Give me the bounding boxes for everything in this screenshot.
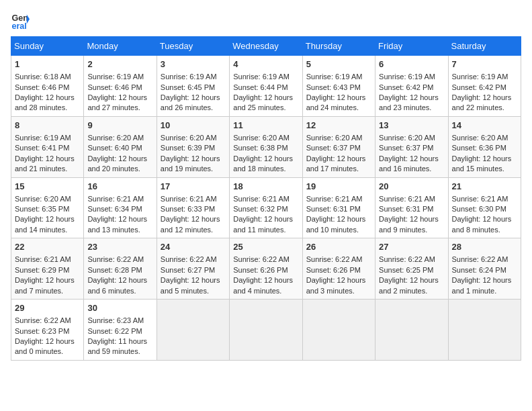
day-cell: 5Sunrise: 6:19 AMSunset: 6:43 PMDaylight…	[302, 56, 375, 117]
day-number: 5	[306, 58, 371, 71]
week-row-5: 29Sunrise: 6:22 AMSunset: 6:23 PMDayligh…	[11, 300, 521, 361]
day-cell	[375, 300, 448, 361]
day-cell: 4Sunrise: 6:19 AMSunset: 6:44 PMDaylight…	[230, 56, 302, 117]
day-number: 4	[233, 58, 298, 71]
col-header-monday: Monday	[84, 37, 157, 56]
col-header-saturday: Saturday	[448, 37, 521, 56]
calendar-table: SundayMondayTuesdayWednesdayThursdayFrid…	[11, 36, 521, 361]
day-number: 7	[452, 58, 517, 71]
day-number: 14	[452, 120, 517, 132]
day-number: 13	[379, 120, 444, 132]
day-cell: 24Sunrise: 6:22 AMSunset: 6:27 PMDayligh…	[157, 238, 229, 300]
week-row-1: 1Sunrise: 6:18 AMSunset: 6:46 PMDaylight…	[11, 56, 521, 117]
day-cell: 27Sunrise: 6:22 AMSunset: 6:25 PMDayligh…	[375, 238, 448, 300]
day-number: 25	[233, 241, 298, 253]
day-cell: 17Sunrise: 6:21 AMSunset: 6:33 PMDayligh…	[157, 177, 229, 238]
day-cell: 6Sunrise: 6:19 AMSunset: 6:42 PMDaylight…	[375, 56, 448, 117]
day-cell: 12Sunrise: 6:20 AMSunset: 6:37 PMDayligh…	[302, 116, 375, 177]
svg-text:eral: eral	[11, 21, 26, 30]
day-cell: 11Sunrise: 6:20 AMSunset: 6:38 PMDayligh…	[230, 116, 302, 177]
day-number: 16	[87, 181, 152, 193]
day-number: 12	[306, 120, 371, 132]
week-row-4: 22Sunrise: 6:21 AMSunset: 6:29 PMDayligh…	[11, 238, 521, 300]
day-number: 9	[87, 120, 152, 132]
day-number: 29	[15, 302, 80, 314]
day-number: 18	[233, 181, 298, 193]
day-number: 1	[15, 58, 80, 71]
logo-icon: Gen eral	[11, 11, 30, 30]
day-number: 20	[379, 181, 444, 193]
day-number: 3	[161, 58, 226, 71]
day-cell: 16Sunrise: 6:21 AMSunset: 6:34 PMDayligh…	[84, 177, 157, 238]
day-cell: 15Sunrise: 6:20 AMSunset: 6:35 PMDayligh…	[11, 177, 84, 238]
day-number: 24	[161, 241, 226, 253]
day-cell: 13Sunrise: 6:20 AMSunset: 6:37 PMDayligh…	[375, 116, 448, 177]
day-cell: 18Sunrise: 6:21 AMSunset: 6:32 PMDayligh…	[230, 177, 302, 238]
day-cell: 29Sunrise: 6:22 AMSunset: 6:23 PMDayligh…	[11, 300, 84, 361]
day-number: 15	[15, 181, 80, 193]
day-cell: 9Sunrise: 6:20 AMSunset: 6:40 PMDaylight…	[84, 116, 157, 177]
col-header-sunday: Sunday	[11, 37, 84, 56]
week-row-2: 8Sunrise: 6:19 AMSunset: 6:41 PMDaylight…	[11, 116, 521, 177]
day-cell: 22Sunrise: 6:21 AMSunset: 6:29 PMDayligh…	[11, 238, 84, 300]
day-number: 27	[379, 241, 444, 253]
day-cell: 14Sunrise: 6:20 AMSunset: 6:36 PMDayligh…	[448, 116, 521, 177]
day-cell	[448, 300, 521, 361]
day-number: 23	[87, 241, 152, 253]
day-number: 26	[306, 241, 371, 253]
day-number: 11	[233, 120, 298, 132]
day-number: 30	[87, 302, 152, 314]
col-header-tuesday: Tuesday	[157, 37, 229, 56]
day-number: 2	[87, 58, 152, 71]
day-cell: 28Sunrise: 6:22 AMSunset: 6:24 PMDayligh…	[448, 238, 521, 300]
day-number: 22	[15, 241, 80, 253]
header: Gen eral	[11, 11, 521, 30]
day-cell: 19Sunrise: 6:21 AMSunset: 6:31 PMDayligh…	[302, 177, 375, 238]
day-cell: 10Sunrise: 6:20 AMSunset: 6:39 PMDayligh…	[157, 116, 229, 177]
day-cell: 2Sunrise: 6:19 AMSunset: 6:46 PMDaylight…	[84, 56, 157, 117]
logo: Gen eral	[11, 11, 32, 30]
day-cell: 21Sunrise: 6:21 AMSunset: 6:30 PMDayligh…	[448, 177, 521, 238]
day-cell: 7Sunrise: 6:19 AMSunset: 6:42 PMDaylight…	[448, 56, 521, 117]
day-cell: 20Sunrise: 6:21 AMSunset: 6:31 PMDayligh…	[375, 177, 448, 238]
day-cell: 30Sunrise: 6:23 AMSunset: 6:22 PMDayligh…	[84, 300, 157, 361]
day-cell: 26Sunrise: 6:22 AMSunset: 6:26 PMDayligh…	[302, 238, 375, 300]
day-cell: 1Sunrise: 6:18 AMSunset: 6:46 PMDaylight…	[11, 56, 84, 117]
day-number: 21	[452, 181, 517, 193]
svg-marker-2	[27, 15, 30, 24]
day-cell	[302, 300, 375, 361]
day-number: 19	[306, 181, 371, 193]
day-number: 28	[452, 241, 517, 253]
day-number: 10	[161, 120, 226, 132]
day-cell	[230, 300, 302, 361]
day-number: 6	[379, 58, 444, 71]
day-number: 17	[161, 181, 226, 193]
day-number: 8	[15, 120, 80, 132]
col-header-wednesday: Wednesday	[230, 37, 302, 56]
day-cell: 3Sunrise: 6:19 AMSunset: 6:45 PMDaylight…	[157, 56, 229, 117]
day-cell: 25Sunrise: 6:22 AMSunset: 6:26 PMDayligh…	[230, 238, 302, 300]
day-cell: 23Sunrise: 6:22 AMSunset: 6:28 PMDayligh…	[84, 238, 157, 300]
week-row-3: 15Sunrise: 6:20 AMSunset: 6:35 PMDayligh…	[11, 177, 521, 238]
header-row: SundayMondayTuesdayWednesdayThursdayFrid…	[11, 37, 521, 56]
col-header-friday: Friday	[375, 37, 448, 56]
day-cell	[157, 300, 229, 361]
day-cell: 8Sunrise: 6:19 AMSunset: 6:41 PMDaylight…	[11, 116, 84, 177]
col-header-thursday: Thursday	[302, 37, 375, 56]
